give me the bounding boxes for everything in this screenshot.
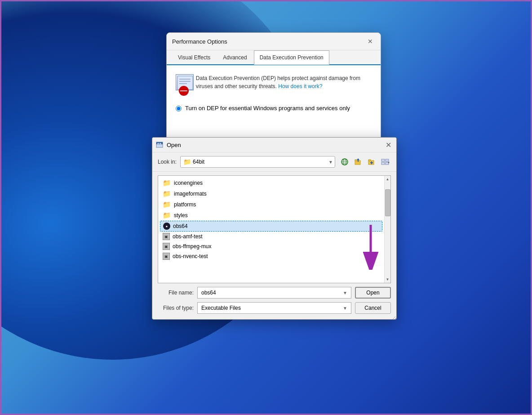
open-dialog: Open ✕ Look in: 📁 64bit ▼: [152, 137, 397, 320]
file-item-name: platforms: [174, 201, 196, 208]
folder-icon: 📁: [163, 179, 171, 187]
toolbar-icons: [339, 156, 391, 168]
list-item[interactable]: 📁 platforms: [160, 199, 382, 210]
dialog-footer: File name: obs64 ▼ Open Files of type: E…: [152, 287, 396, 319]
dep-radio-essential-label: Turn on DEP for essential Windows progra…: [185, 105, 350, 112]
files-of-type-value: Executable Files: [200, 302, 243, 314]
file-item-name: styles: [174, 212, 188, 219]
views-icon: [381, 158, 390, 166]
globe-icon: [341, 158, 349, 166]
plugin-icon: ▣: [163, 233, 170, 240]
list-item[interactable]: ▣ obs-amf-test: [160, 232, 382, 241]
list-item[interactable]: ▣ obs-nvenc-test: [160, 251, 382, 261]
dep-radio-essential[interactable]: [176, 106, 182, 112]
file-item-name: imageformats: [174, 191, 207, 197]
svg-rect-6: [157, 143, 159, 144]
up-folder-icon: [354, 158, 362, 166]
dialog-window-icon: [156, 141, 163, 148]
file-item-name: obs-nvenc-test: [173, 253, 208, 259]
dep-icon: —: [176, 74, 189, 96]
open-button[interactable]: Open: [355, 287, 391, 299]
files-of-type-label: Files of type:: [158, 305, 194, 311]
resize-icon: [392, 316, 396, 320]
dialog-file-list-area: 📁 iconengines 📁 imageformats 📁 platforms…: [158, 175, 391, 283]
svg-line-25: [393, 317, 395, 319]
scrollbar[interactable]: ▲ ▼: [384, 176, 390, 283]
dep-header: — Data Execution Prevention (DEP) helps …: [176, 74, 372, 96]
scroll-up-button[interactable]: ▲: [385, 176, 391, 183]
file-name-combo-arrow: ▼: [343, 290, 349, 295]
files-of-type-row: Files of type: Executable Files ▼ Cancel: [158, 302, 391, 314]
list-item[interactable]: 📁 iconengines: [160, 178, 382, 188]
perf-titlebar: Performance Options ✕: [167, 33, 381, 50]
dep-radio-option: Turn on DEP for essential Windows progra…: [176, 105, 372, 112]
file-item-name: iconengines: [174, 180, 203, 186]
plugin-icon: ▣: [163, 253, 170, 260]
folder-icon: 📁: [163, 201, 171, 209]
svg-rect-20: [381, 159, 385, 161]
svg-rect-22: [381, 162, 385, 165]
folder-icon: 📁: [163, 190, 171, 198]
files-of-type-arrow: ▼: [343, 306, 349, 311]
list-item[interactable]: ▣ obs-ffmpeg-mux: [160, 241, 382, 251]
resize-handle[interactable]: [392, 315, 396, 319]
list-item[interactable]: 📁 styles: [160, 210, 382, 221]
dialog-close-button[interactable]: ✕: [384, 140, 393, 149]
dep-link[interactable]: How does it work?: [278, 83, 322, 89]
list-item-selected[interactable]: ● obs64: [160, 221, 382, 232]
dialog-title-left: Open: [156, 141, 181, 148]
dialog-titlebar: Open ✕: [152, 138, 396, 152]
obs-exe-icon: ●: [163, 223, 170, 230]
file-name-row: File name: obs64 ▼ Open: [158, 287, 391, 299]
toolbar-views-button[interactable]: [379, 156, 391, 168]
dep-description: Data Execution Prevention (DEP) helps pr…: [196, 74, 372, 90]
folder-icon: 📁: [163, 211, 171, 219]
file-item-name: obs64: [173, 223, 188, 229]
plugin-icon: ▣: [163, 243, 170, 250]
dialog-toolbar: Look in: 📁 64bit ▼: [152, 152, 396, 172]
file-name-value: obs64: [200, 287, 218, 299]
svg-rect-7: [160, 143, 161, 144]
svg-rect-14: [355, 160, 357, 161]
tab-dep[interactable]: Data Execution Prevention: [254, 50, 329, 65]
toolbar-new-folder-button[interactable]: [366, 156, 377, 168]
combo-arrow-icon: ▼: [328, 160, 333, 165]
file-item-name: obs-amf-test: [173, 233, 203, 240]
dialog-title-text: Open: [167, 142, 181, 148]
look-in-combo[interactable]: 📁 64bit ▼: [180, 156, 335, 168]
svg-rect-21: [386, 159, 389, 161]
svg-rect-17: [368, 160, 371, 161]
toolbar-up-button[interactable]: [352, 156, 364, 168]
list-item[interactable]: 📁 imageformats: [160, 188, 382, 199]
look-in-label: Look in:: [158, 159, 177, 165]
dep-stop-icon: —: [179, 86, 189, 96]
cancel-button[interactable]: Cancel: [355, 302, 391, 314]
file-list: 📁 iconengines 📁 imageformats 📁 platforms…: [158, 176, 384, 283]
files-of-type-combo[interactable]: Executable Files ▼: [197, 302, 351, 314]
file-name-input[interactable]: obs64 ▼: [197, 287, 351, 299]
scroll-down-button[interactable]: ▼: [385, 276, 391, 283]
toolbar-globe-button[interactable]: [339, 156, 350, 168]
new-folder-icon: [368, 158, 376, 166]
file-item-name: obs-ffmpeg-mux: [173, 243, 211, 250]
scroll-thumb[interactable]: [385, 189, 390, 216]
perf-window-title: Performance Options: [172, 38, 227, 45]
perf-close-button[interactable]: ✕: [365, 36, 375, 46]
look-in-text: 64bit: [193, 159, 327, 165]
tab-advanced[interactable]: Advanced: [217, 50, 253, 64]
tab-visual-effects[interactable]: Visual Effects: [172, 50, 216, 64]
folder-icon: 📁: [183, 158, 191, 165]
perf-tabs: Visual Effects Advanced Data Execution P…: [167, 50, 381, 65]
file-name-label: File name:: [158, 290, 194, 296]
